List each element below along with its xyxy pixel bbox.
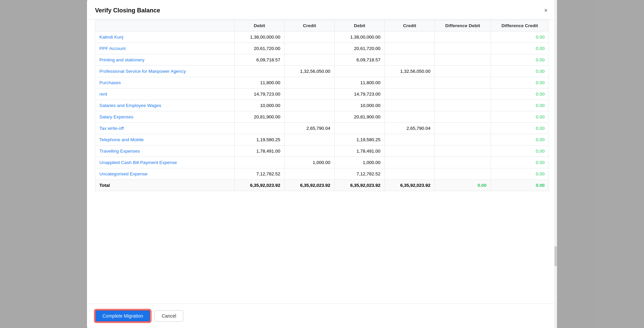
scrollbar-thumb[interactable] (554, 246, 557, 266)
table-cell[interactable]: Professional Service for Manpower Agency (95, 66, 235, 77)
table-cell: 1,38,00,000.00 (334, 32, 384, 43)
table-cell (284, 54, 334, 66)
table-cell[interactable]: Telephone and Mobile (95, 134, 235, 146)
table-cell (435, 32, 491, 43)
table-cell-diff-credit: 0.00 (491, 146, 549, 157)
table-cell (384, 100, 434, 111)
table-cell: 1,32,56,050.00 (384, 66, 434, 77)
col-diff-debit: Difference Debit (435, 20, 491, 32)
table-cell (234, 66, 284, 77)
table-cell (284, 146, 334, 157)
table-cell (334, 66, 384, 77)
table-cell: 14,79,723.00 (234, 89, 284, 100)
table-cell (284, 111, 334, 123)
table-cell[interactable]: Uncategorised Expense (95, 168, 235, 180)
table-cell (284, 43, 334, 54)
table-cell: 2,65,790.04 (284, 123, 334, 134)
modal-header: Verify Closing Balance × (87, 0, 557, 20)
total-cell: 6,35,92,023.92 (384, 180, 434, 191)
table-cell-diff-credit: 0.00 (491, 168, 549, 180)
modal-dialog: Verify Closing Balance × Debit Credit De… (87, 0, 557, 328)
table-row: Kalindi Kunj1,38,00,000.001,38,00,000.00… (95, 32, 549, 43)
table-cell: 1,000.00 (334, 157, 384, 168)
table-cell (435, 146, 491, 157)
modal-footer: Complete Migration Cancel (87, 304, 557, 328)
table-cell[interactable]: Printing and stationery (95, 54, 235, 66)
table-cell[interactable]: Unapplied Cash Bill Payment Expense (95, 157, 235, 168)
table-cell (435, 111, 491, 123)
table-row: Salaries and Employee Wages10,000.0010,0… (95, 100, 549, 111)
table-row: Professional Service for Manpower Agency… (95, 66, 549, 77)
total-cell: 6,35,92,023.92 (234, 180, 284, 191)
table-cell-diff-credit: 0.00 (491, 157, 549, 168)
table-cell-diff-credit: 0.00 (491, 89, 549, 100)
table-cell: 1,32,56,050.00 (284, 66, 334, 77)
table-cell: 7,12,782.52 (234, 168, 284, 180)
table-cell[interactable]: Travelling Expenses (95, 146, 235, 157)
table-cell: 10,000.00 (234, 100, 284, 111)
table-container: Debit Credit Debit Credit Difference Deb… (95, 20, 549, 191)
table-cell (435, 89, 491, 100)
table-cell: 11,800.00 (234, 77, 284, 89)
table-row: PPF Account20,61,720.0020,61,720.000.00 (95, 43, 549, 54)
table-cell (384, 168, 434, 180)
close-button[interactable]: × (543, 6, 549, 15)
table-cell (234, 157, 284, 168)
col-diff-credit: Difference Credit (491, 20, 549, 32)
table-cell-diff-credit: 0.00 (491, 66, 549, 77)
table-cell[interactable]: Salaries and Employee Wages (95, 100, 235, 111)
table-cell: 7,12,782.52 (334, 168, 384, 180)
table-total-row: Total6,35,92,023.926,35,92,023.926,35,92… (95, 180, 549, 191)
table-cell (435, 100, 491, 111)
table-cell: 14,79,723.00 (334, 89, 384, 100)
total-diff-debit: 0.00 (435, 180, 491, 191)
table-row: rent14,79,723.0014,79,723.000.00 (95, 89, 549, 100)
table-cell[interactable]: Tax write-off (95, 123, 235, 134)
modal-title: Verify Closing Balance (95, 7, 160, 14)
table-cell (334, 123, 384, 134)
col-credit-2: Credit (384, 20, 434, 32)
table-cell (284, 168, 334, 180)
table-cell (384, 89, 434, 100)
table-cell: 20,61,720.00 (234, 43, 284, 54)
table-cell: 2,65,790.04 (384, 123, 434, 134)
total-label: Total (95, 180, 235, 191)
table-cell (384, 146, 434, 157)
table-row: Tax write-off2,65,790.042,65,790.040.00 (95, 123, 549, 134)
table-cell: 6,09,718.57 (334, 54, 384, 66)
table-cell (435, 134, 491, 146)
table-cell: 1,19,580.25 (234, 134, 284, 146)
table-cell[interactable]: Kalindi Kunj (95, 32, 235, 43)
table-cell-diff-credit: 0.00 (491, 32, 549, 43)
table-cell-diff-credit: 0.00 (491, 100, 549, 111)
table-cell (284, 134, 334, 146)
table-row: Uncategorised Expense7,12,782.527,12,782… (95, 168, 549, 180)
col-credit-1: Credit (284, 20, 334, 32)
table-cell-diff-credit: 0.00 (491, 54, 549, 66)
table-cell (384, 111, 434, 123)
col-debit-1: Debit (234, 20, 284, 32)
scrollbar-track[interactable] (554, 0, 557, 328)
table-cell (284, 89, 334, 100)
table-cell (384, 134, 434, 146)
table-row: Salary Expenses20,81,900.0020,81,900.000… (95, 111, 549, 123)
complete-migration-button[interactable]: Complete Migration (95, 310, 150, 322)
cancel-button[interactable]: Cancel (154, 310, 183, 322)
table-cell-diff-credit: 0.00 (491, 111, 549, 123)
table-cell[interactable]: Purchases (95, 77, 235, 89)
table-cell (435, 54, 491, 66)
table-cell[interactable]: rent (95, 89, 235, 100)
total-diff-credit: 0.00 (491, 180, 549, 191)
table-cell (435, 168, 491, 180)
table-cell-diff-credit: 0.00 (491, 134, 549, 146)
table-cell: 1,19,580.25 (334, 134, 384, 146)
table-cell (284, 100, 334, 111)
table-cell[interactable]: PPF Account (95, 43, 235, 54)
table-cell: 20,81,900.00 (334, 111, 384, 123)
table-cell (384, 157, 434, 168)
table-cell (435, 123, 491, 134)
total-cell: 6,35,92,023.92 (334, 180, 384, 191)
table-cell: 1,78,491.00 (334, 146, 384, 157)
table-cell[interactable]: Salary Expenses (95, 111, 235, 123)
table-cell (384, 43, 434, 54)
